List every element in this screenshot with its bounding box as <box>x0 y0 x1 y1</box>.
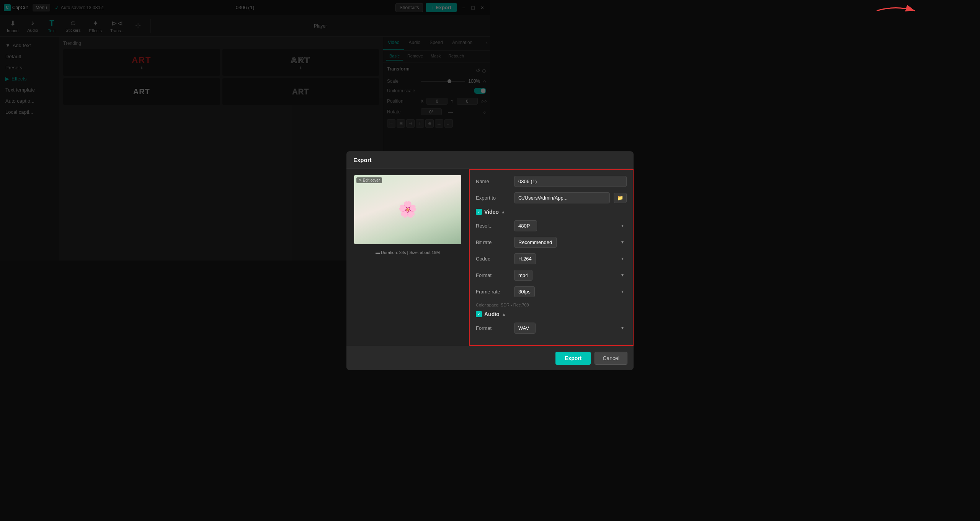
size-label: Size: about 19M <box>409 250 440 255</box>
duration-label: Duration: 28s <box>381 250 406 255</box>
dialog-overlay: Export 🌸 ✎ Edit cover ▬ Duration: 28s | … <box>0 0 490 260</box>
dialog-title: Export <box>353 157 372 163</box>
edit-cover-button[interactable]: ✎ Edit cover <box>356 177 382 183</box>
dialog-header: Export <box>346 151 490 169</box>
codec-label: Codec <box>476 256 490 261</box>
name-label: Name <box>476 179 490 184</box>
video-checkbox[interactable]: ✓ <box>476 209 482 215</box>
resolution-label: Resol... <box>476 223 490 229</box>
preview-image: 🌸 ✎ Edit cover <box>354 175 461 244</box>
video-section-title: Video <box>484 209 490 215</box>
export-dialog: Export 🌸 ✎ Edit cover ▬ Duration: 28s | … <box>346 151 490 261</box>
cherry-blossom-visual: 🌸 <box>354 175 461 244</box>
bitrate-label: Bit rate <box>476 239 490 245</box>
bitrate-row: Bit rate Recommended Low Medium High <box>476 237 490 248</box>
resolution-row: Resol... 480P 720P 1080P 2K 4K <box>476 220 490 231</box>
name-row: Name <box>476 176 490 187</box>
export-to-row: Export to 📁 <box>476 192 490 203</box>
export-to-label: Export to <box>476 195 490 201</box>
dialog-body: 🌸 ✎ Edit cover ▬ Duration: 28s | Size: a… <box>346 169 490 261</box>
export-info: ▬ Duration: 28s | Size: about 19M <box>376 248 440 257</box>
codec-row: Codec H.264 H.265 VP9 <box>476 253 490 261</box>
dialog-preview: 🌸 ✎ Edit cover ▬ Duration: 28s | Size: a… <box>346 169 469 261</box>
dialog-settings: Name Export to 📁 ✓ Video ▲ Resol.. <box>469 169 490 261</box>
video-section-header: ✓ Video ▲ <box>476 209 490 215</box>
film-icon: ▬ <box>376 250 381 255</box>
